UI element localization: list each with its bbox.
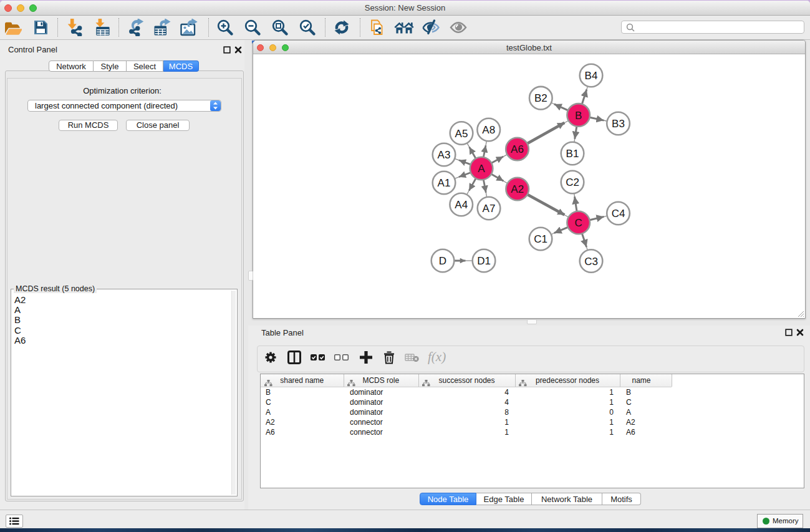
- svg-text:D: D: [439, 255, 446, 267]
- svg-text:B1: B1: [566, 148, 579, 160]
- svg-text:C3: C3: [584, 256, 598, 268]
- svg-text:C1: C1: [534, 233, 547, 245]
- svg-text:A: A: [478, 163, 485, 175]
- svg-text:B3: B3: [612, 118, 625, 130]
- svg-text:C: C: [575, 217, 582, 229]
- svg-text:A2: A2: [511, 183, 524, 195]
- svg-text:A7: A7: [483, 203, 496, 215]
- svg-text:A3: A3: [438, 149, 451, 161]
- svg-text:B4: B4: [585, 70, 598, 82]
- svg-text:A4: A4: [455, 199, 468, 211]
- svg-text:A8: A8: [482, 124, 495, 136]
- svg-text:A6: A6: [511, 143, 524, 155]
- svg-text:C4: C4: [612, 208, 625, 220]
- svg-text:C2: C2: [566, 177, 579, 188]
- svg-text:A1: A1: [438, 177, 451, 189]
- svg-text:A5: A5: [455, 128, 468, 140]
- svg-text:B: B: [575, 110, 582, 122]
- svg-text:D1: D1: [477, 255, 491, 267]
- svg-text:B2: B2: [534, 92, 547, 104]
